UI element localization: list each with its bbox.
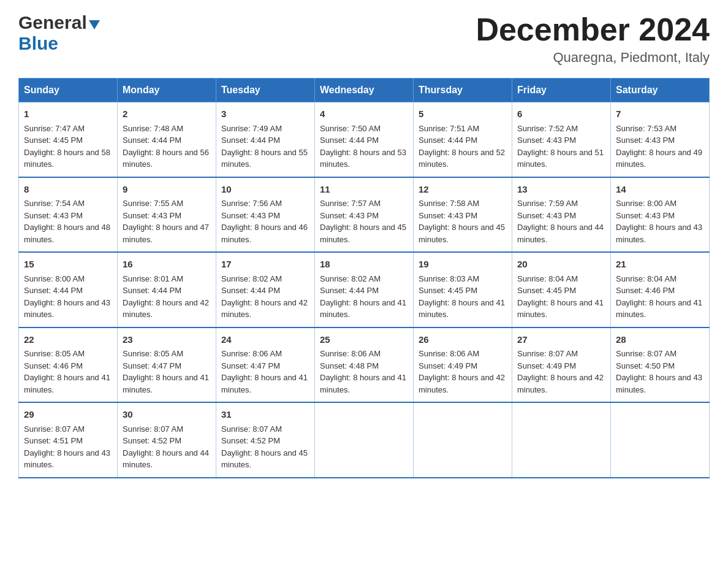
calendar-cell: 28Sunrise: 8:07 AMSunset: 4:50 PMDayligh…: [611, 327, 710, 403]
calendar-cell: 22Sunrise: 8:05 AMSunset: 4:46 PMDayligh…: [19, 327, 118, 403]
calendar-cell: 18Sunrise: 8:02 AMSunset: 4:44 PMDayligh…: [315, 252, 414, 327]
day-info: Sunrise: 7:58 AMSunset: 4:43 PMDaylight:…: [419, 197, 507, 245]
page: General Blue December 2024 Quaregna, Pie…: [0, 0, 728, 497]
logo: General Blue: [18, 12, 100, 54]
day-number: 12: [419, 183, 507, 197]
calendar-week-row: 8Sunrise: 7:54 AMSunset: 4:43 PMDaylight…: [19, 177, 710, 253]
calendar-cell: [512, 402, 611, 478]
day-info: Sunrise: 8:06 AMSunset: 4:47 PMDaylight:…: [221, 348, 309, 396]
day-number: 24: [221, 333, 309, 347]
calendar-cell: 23Sunrise: 8:05 AMSunset: 4:47 PMDayligh…: [118, 327, 216, 403]
day-number: 23: [123, 333, 211, 347]
logo-blue-line: Blue: [18, 33, 100, 54]
day-number: 27: [517, 333, 605, 347]
day-number: 26: [419, 333, 507, 347]
day-info: Sunrise: 8:07 AMSunset: 4:52 PMDaylight:…: [123, 423, 211, 471]
day-number: 28: [616, 333, 704, 347]
day-info: Sunrise: 8:04 AMSunset: 4:46 PMDaylight:…: [616, 273, 704, 321]
calendar-cell: 26Sunrise: 8:06 AMSunset: 4:49 PMDayligh…: [414, 327, 512, 403]
weekday-header-tuesday: Tuesday: [216, 79, 315, 102]
weekday-header-thursday: Thursday: [414, 79, 512, 102]
day-number: 2: [123, 107, 211, 121]
day-info: Sunrise: 8:01 AMSunset: 4:44 PMDaylight:…: [123, 273, 211, 321]
weekday-header-friday: Friday: [512, 79, 611, 102]
day-info: Sunrise: 8:00 AMSunset: 4:43 PMDaylight:…: [616, 197, 704, 245]
calendar-cell: 17Sunrise: 8:02 AMSunset: 4:44 PMDayligh…: [216, 252, 315, 327]
logo-triangle-icon: [89, 20, 100, 29]
day-info: Sunrise: 8:05 AMSunset: 4:46 PMDaylight:…: [24, 348, 112, 396]
day-number: 4: [320, 107, 408, 121]
day-number: 15: [24, 258, 112, 272]
logo-general-line: General: [18, 12, 100, 33]
day-info: Sunrise: 8:07 AMSunset: 4:51 PMDaylight:…: [24, 423, 112, 471]
day-info: Sunrise: 8:07 AMSunset: 4:50 PMDaylight:…: [616, 348, 704, 396]
day-info: Sunrise: 8:03 AMSunset: 4:45 PMDaylight:…: [419, 273, 507, 321]
day-number: 30: [123, 408, 211, 422]
calendar-cell: 1Sunrise: 7:47 AMSunset: 4:45 PMDaylight…: [19, 102, 118, 177]
calendar-cell: 7Sunrise: 7:53 AMSunset: 4:43 PMDaylight…: [611, 102, 710, 177]
day-info: Sunrise: 8:00 AMSunset: 4:44 PMDaylight:…: [24, 273, 112, 321]
day-number: 18: [320, 258, 408, 272]
calendar-cell: 21Sunrise: 8:04 AMSunset: 4:46 PMDayligh…: [611, 252, 710, 327]
day-number: 3: [221, 107, 309, 121]
calendar-cell: 6Sunrise: 7:52 AMSunset: 4:43 PMDaylight…: [512, 102, 611, 177]
day-number: 19: [419, 258, 507, 272]
day-number: 8: [24, 183, 112, 197]
day-number: 31: [221, 408, 309, 422]
day-info: Sunrise: 7:53 AMSunset: 4:43 PMDaylight:…: [616, 123, 704, 170]
day-info: Sunrise: 8:07 AMSunset: 4:52 PMDaylight:…: [221, 423, 309, 471]
day-info: Sunrise: 7:55 AMSunset: 4:43 PMDaylight:…: [123, 197, 211, 245]
header: General Blue December 2024 Quaregna, Pie…: [18, 12, 710, 66]
calendar-week-row: 15Sunrise: 8:00 AMSunset: 4:44 PMDayligh…: [19, 252, 710, 327]
day-info: Sunrise: 7:50 AMSunset: 4:44 PMDaylight:…: [320, 123, 408, 170]
calendar-table: SundayMondayTuesdayWednesdayThursdayFrid…: [18, 78, 710, 478]
calendar-cell: 9Sunrise: 7:55 AMSunset: 4:43 PMDaylight…: [118, 177, 216, 253]
weekday-header-sunday: Sunday: [19, 79, 118, 102]
day-number: 1: [24, 107, 112, 121]
day-number: 21: [616, 258, 704, 272]
day-info: Sunrise: 8:02 AMSunset: 4:44 PMDaylight:…: [221, 273, 309, 321]
weekday-header-monday: Monday: [118, 79, 216, 102]
calendar-cell: 19Sunrise: 8:03 AMSunset: 4:45 PMDayligh…: [414, 252, 512, 327]
day-info: Sunrise: 8:07 AMSunset: 4:49 PMDaylight:…: [517, 348, 605, 396]
day-number: 5: [419, 107, 507, 121]
day-info: Sunrise: 8:06 AMSunset: 4:48 PMDaylight:…: [320, 348, 408, 396]
weekday-header-wednesday: Wednesday: [315, 79, 414, 102]
calendar-cell: 11Sunrise: 7:57 AMSunset: 4:43 PMDayligh…: [315, 177, 414, 253]
calendar-cell: 25Sunrise: 8:06 AMSunset: 4:48 PMDayligh…: [315, 327, 414, 403]
calendar-cell: [315, 402, 414, 478]
day-info: Sunrise: 7:51 AMSunset: 4:44 PMDaylight:…: [419, 123, 507, 170]
calendar-cell: 27Sunrise: 8:07 AMSunset: 4:49 PMDayligh…: [512, 327, 611, 403]
day-number: 29: [24, 408, 112, 422]
day-info: Sunrise: 8:02 AMSunset: 4:44 PMDaylight:…: [320, 273, 408, 321]
day-info: Sunrise: 7:57 AMSunset: 4:43 PMDaylight:…: [320, 197, 408, 245]
day-number: 22: [24, 333, 112, 347]
day-number: 14: [616, 183, 704, 197]
calendar-cell: 4Sunrise: 7:50 AMSunset: 4:44 PMDaylight…: [315, 102, 414, 177]
calendar-cell: 16Sunrise: 8:01 AMSunset: 4:44 PMDayligh…: [118, 252, 216, 327]
calendar-cell: 30Sunrise: 8:07 AMSunset: 4:52 PMDayligh…: [118, 402, 216, 478]
calendar-cell: 24Sunrise: 8:06 AMSunset: 4:47 PMDayligh…: [216, 327, 315, 403]
day-number: 9: [123, 183, 211, 197]
calendar-cell: 13Sunrise: 7:59 AMSunset: 4:43 PMDayligh…: [512, 177, 611, 253]
day-info: Sunrise: 7:47 AMSunset: 4:45 PMDaylight:…: [24, 123, 112, 170]
day-number: 13: [517, 183, 605, 197]
calendar-week-row: 22Sunrise: 8:05 AMSunset: 4:46 PMDayligh…: [19, 327, 710, 403]
day-number: 16: [123, 258, 211, 272]
calendar-cell: 12Sunrise: 7:58 AMSunset: 4:43 PMDayligh…: [414, 177, 512, 253]
day-number: 10: [221, 183, 309, 197]
day-info: Sunrise: 7:48 AMSunset: 4:44 PMDaylight:…: [123, 123, 211, 170]
location: Quaregna, Piedmont, Italy: [476, 50, 710, 66]
calendar-cell: 5Sunrise: 7:51 AMSunset: 4:44 PMDaylight…: [414, 102, 512, 177]
day-info: Sunrise: 8:06 AMSunset: 4:49 PMDaylight:…: [419, 348, 507, 396]
calendar-week-row: 29Sunrise: 8:07 AMSunset: 4:51 PMDayligh…: [19, 402, 710, 478]
calendar-cell: 15Sunrise: 8:00 AMSunset: 4:44 PMDayligh…: [19, 252, 118, 327]
day-number: 7: [616, 107, 704, 121]
calendar-cell: [611, 402, 710, 478]
weekday-header-row: SundayMondayTuesdayWednesdayThursdayFrid…: [19, 79, 710, 102]
calendar-week-row: 1Sunrise: 7:47 AMSunset: 4:45 PMDaylight…: [19, 102, 710, 177]
day-info: Sunrise: 7:49 AMSunset: 4:44 PMDaylight:…: [221, 123, 309, 170]
calendar-cell: [414, 402, 512, 478]
logo-general-text: General: [18, 12, 87, 33]
calendar-cell: 2Sunrise: 7:48 AMSunset: 4:44 PMDaylight…: [118, 102, 216, 177]
